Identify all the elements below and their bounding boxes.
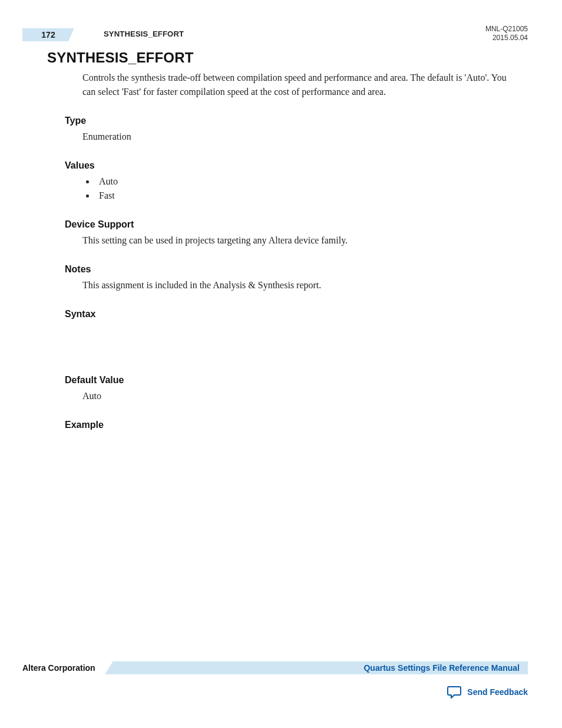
section-heading: Device Support <box>65 219 528 230</box>
main-heading: SYNTHESIS_EFFORT <box>47 50 528 66</box>
footer-bar: Altera Corporation Quartus Settings File… <box>22 661 528 675</box>
section-heading: Values <box>65 160 528 171</box>
section-body: This setting can be used in projects tar… <box>82 233 528 248</box>
section-body: Auto <box>82 389 528 403</box>
list-item: Auto <box>95 174 528 189</box>
section-heading: Notes <box>65 264 528 275</box>
section-body <box>82 323 528 358</box>
values-list: Auto Fast <box>82 174 528 203</box>
section-values: Values Auto Fast <box>65 160 528 203</box>
section-heading: Type <box>65 116 528 126</box>
section-device-support: Device Support This setting can be used … <box>65 219 528 248</box>
page: 172 SYNTHESIS_EFFORT MNL-Q21005 2015.05.… <box>0 0 562 728</box>
running-title: SYNTHESIS_EFFORT <box>104 29 184 38</box>
section-body: Enumeration <box>82 130 528 144</box>
doc-id-block: MNL-Q21005 2015.05.04 <box>485 25 528 42</box>
footer-ribbon: Quartus Settings File Reference Manual <box>105 661 528 674</box>
doc-date: 2015.05.04 <box>485 34 528 42</box>
page-header: 172 SYNTHESIS_EFFORT MNL-Q21005 2015.05.… <box>22 25 528 45</box>
section-body: This assignment is included in the Analy… <box>82 278 528 292</box>
send-feedback-link[interactable]: Send Feedback <box>467 687 528 697</box>
section-example: Example <box>65 420 528 430</box>
content: SYNTHESIS_EFFORT Controls the synthesis … <box>47 50 528 434</box>
section-type: Type Enumeration <box>65 116 528 144</box>
feedback-row: Send Feedback <box>22 686 528 699</box>
footer-company: Altera Corporation <box>22 663 105 673</box>
doc-id: MNL-Q21005 <box>485 25 528 34</box>
page-footer: Altera Corporation Quartus Settings File… <box>22 661 528 699</box>
section-default-value: Default Value Auto <box>65 375 528 403</box>
section-syntax: Syntax <box>65 309 528 358</box>
section-heading: Syntax <box>65 309 528 319</box>
page-number-tab: 172 <box>22 28 74 41</box>
section-heading: Example <box>65 420 528 430</box>
section-notes: Notes This assignment is included in the… <box>65 264 528 292</box>
section-heading: Default Value <box>65 375 528 386</box>
intro-paragraph: Controls the synthesis trade-off between… <box>82 71 507 99</box>
list-item: Fast <box>95 189 528 203</box>
manual-link[interactable]: Quartus Settings File Reference Manual <box>363 663 520 673</box>
speech-bubble-icon <box>447 686 461 699</box>
